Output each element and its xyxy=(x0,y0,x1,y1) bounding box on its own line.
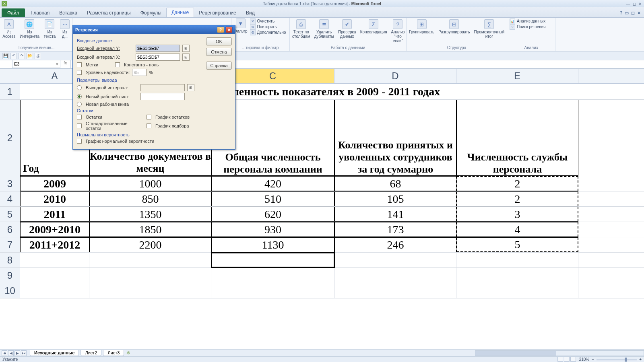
row-header-8[interactable]: 8 xyxy=(0,253,20,267)
cell-A7[interactable]: 2011+2012 xyxy=(20,237,89,252)
zoom-out-icon[interactable]: − xyxy=(592,357,594,362)
row-header-1[interactable]: 1 xyxy=(0,84,20,99)
cell-D3[interactable]: 68 xyxy=(334,176,456,191)
cell-E3[interactable]: 2 xyxy=(456,176,578,191)
cell-B8[interactable] xyxy=(89,253,211,267)
row-header-6[interactable]: 6 xyxy=(0,222,20,237)
sheet-nav-first-icon[interactable]: ⏮ xyxy=(2,350,7,356)
from-other-button[interactable]: ⋯Из д... xyxy=(60,19,70,39)
cell-C4[interactable]: 510 xyxy=(211,191,334,206)
cell-D2[interactable]: Количество принятых и уволенных сотрудни… xyxy=(334,100,456,176)
tab-formulas[interactable]: Формулы xyxy=(136,8,166,17)
sheet-nav-next-icon[interactable]: ▶ xyxy=(14,350,20,356)
sheet-tab-1[interactable]: Исходные данные xyxy=(30,350,79,356)
sheet-tab-3[interactable]: Лист3 xyxy=(103,350,124,356)
cell-C3[interactable]: 420 xyxy=(211,176,334,191)
cell-A6[interactable]: 2009+2010 xyxy=(20,222,89,237)
residuals-checkbox[interactable] xyxy=(77,115,82,119)
qat-open-icon[interactable]: 📂 xyxy=(27,53,33,59)
group-button[interactable]: ⊞Группировать xyxy=(409,19,434,39)
cell-B3[interactable]: 1000 xyxy=(89,176,211,191)
cell-C5[interactable]: 620 xyxy=(211,207,334,222)
cell-C7[interactable]: 1130 xyxy=(211,237,334,252)
zoom-slider[interactable] xyxy=(597,359,637,360)
row-header-9[interactable]: 9 xyxy=(0,268,20,283)
cell-A4[interactable]: 2010 xyxy=(20,191,89,206)
cell-B4[interactable]: 850 xyxy=(89,191,211,206)
resid-plot-checkbox[interactable] xyxy=(147,115,151,119)
cell-E2[interactable]: Численность службы персонала xyxy=(456,100,578,176)
data-analysis-button[interactable]: 📊Анализ данных xyxy=(510,19,553,24)
file-tab[interactable]: Файл xyxy=(2,8,25,17)
row-header-5[interactable]: 5 xyxy=(0,207,20,222)
cell-E4[interactable]: 2 xyxy=(456,191,578,206)
restore-button[interactable]: ◻ xyxy=(633,2,636,6)
consolidate-button[interactable]: ΣКонсолидация xyxy=(360,19,387,43)
min-ribbon-icon[interactable]: ▭ xyxy=(625,10,629,16)
whatif-button[interactable]: ?Анализ "что если" xyxy=(391,19,405,43)
reapply-filter[interactable]: ↻Повторить xyxy=(250,24,286,30)
from-text-button[interactable]: 📄Из текста xyxy=(43,19,56,39)
dialog-help-icon[interactable]: ? xyxy=(217,27,224,33)
norm-plot-checkbox[interactable] xyxy=(77,139,82,144)
output-range-radio[interactable] xyxy=(77,85,82,90)
tab-home[interactable]: Главная xyxy=(27,8,55,17)
cell-B6[interactable]: 1850 xyxy=(89,222,211,237)
x-range-input[interactable] xyxy=(136,53,180,61)
std-resid-checkbox[interactable] xyxy=(77,123,82,128)
cell-D6[interactable]: 173 xyxy=(334,222,456,237)
cell-E8[interactable] xyxy=(456,253,578,267)
minimize-button[interactable]: — xyxy=(626,2,630,6)
sheet-tab-2[interactable]: Лист2 xyxy=(80,350,101,356)
row-header-10[interactable]: 10 xyxy=(0,283,20,298)
close-doc-icon[interactable]: ✕ xyxy=(637,10,641,16)
name-box[interactable]: E3▾ xyxy=(12,60,60,68)
cell-D5[interactable]: 141 xyxy=(334,207,456,222)
cell-C6[interactable]: 930 xyxy=(211,222,334,237)
y-range-picker-icon[interactable]: ⊞ xyxy=(182,45,190,52)
tab-review[interactable]: Рецензирование xyxy=(194,8,241,17)
clear-filter[interactable]: ✕Очистить xyxy=(250,19,286,24)
cell-B5[interactable]: 1350 xyxy=(89,207,211,222)
zoom-in-icon[interactable]: + xyxy=(639,357,642,362)
tab-data[interactable]: Данные xyxy=(166,8,194,17)
cell-C8[interactable] xyxy=(211,253,334,267)
fx-icon[interactable]: fx xyxy=(60,60,70,68)
from-web-button[interactable]: 🌐Из Интернета xyxy=(20,19,39,39)
solver-button[interactable]: ?Поиск решения xyxy=(510,24,553,30)
labels-checkbox[interactable] xyxy=(77,62,82,67)
from-access-button[interactable]: AИз Access xyxy=(2,19,16,39)
help-button[interactable]: Справка xyxy=(206,62,232,70)
cell-B7[interactable]: 2200 xyxy=(89,237,211,252)
cell-A8[interactable] xyxy=(20,253,89,267)
filter-button[interactable]: ▼Фильтр xyxy=(234,19,248,35)
cell-A5[interactable]: 2011 xyxy=(20,207,89,222)
tab-insert[interactable]: Вставка xyxy=(54,8,82,17)
close-button[interactable]: ✕ xyxy=(638,2,642,6)
sheet-nav-last-icon[interactable]: ⏭ xyxy=(21,350,27,356)
const-zero-checkbox[interactable] xyxy=(115,62,120,67)
fit-plot-checkbox[interactable] xyxy=(147,123,151,128)
new-sheet-radio[interactable] xyxy=(77,94,82,99)
cell-A3[interactable]: 2009 xyxy=(20,176,89,191)
qat-save-icon[interactable]: 💾 xyxy=(2,53,9,59)
zoom-level[interactable]: 210% xyxy=(579,357,590,362)
col-header-E[interactable]: E xyxy=(456,69,578,83)
cancel-button[interactable]: Отмена xyxy=(206,48,232,56)
dialog-close-icon[interactable]: ✕ xyxy=(225,27,233,33)
data-validation-button[interactable]: ✔Проверка данных xyxy=(338,19,356,43)
output-range-picker-icon[interactable]: ⊞ xyxy=(187,84,194,91)
col-header-D[interactable]: D xyxy=(334,69,456,83)
new-sheet-icon[interactable]: ✻ xyxy=(126,350,130,356)
row-header-3[interactable]: 3 xyxy=(0,176,20,191)
dialog-titlebar[interactable]: Регрессия ? ✕ xyxy=(73,25,235,34)
cell-E7[interactable]: 5 xyxy=(456,237,578,252)
sheet-nav-prev-icon[interactable]: ◀ xyxy=(8,350,14,356)
ok-button[interactable]: OK xyxy=(206,37,232,45)
new-book-radio[interactable] xyxy=(77,102,82,107)
qat-redo-icon[interactable]: ↷ xyxy=(19,53,25,59)
restore-doc-icon[interactable]: ◻ xyxy=(631,10,635,16)
cell-D4[interactable]: 105 xyxy=(334,191,456,206)
view-buttons[interactable] xyxy=(557,357,577,362)
select-all-corner[interactable] xyxy=(0,69,20,83)
